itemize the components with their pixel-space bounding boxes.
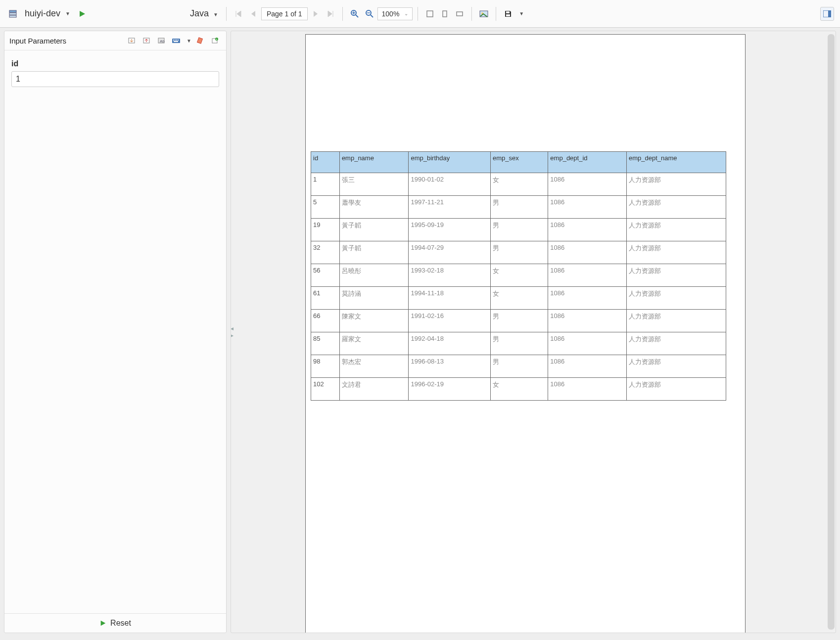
table-cell: 1994-11-18 xyxy=(409,287,490,310)
param-import-icon[interactable] xyxy=(125,35,138,46)
fit-width-button[interactable] xyxy=(453,7,467,21)
chevron-down-icon[interactable]: ▼ xyxy=(187,38,191,44)
next-page-button[interactable] xyxy=(309,7,323,21)
divider xyxy=(226,7,227,21)
table-cell: 人力资源部 xyxy=(627,173,726,196)
collapse-handle[interactable]: ◂▸ xyxy=(231,322,234,342)
table-cell: 56 xyxy=(311,264,340,287)
table-cell: 人力资源部 xyxy=(627,196,726,219)
table-cell: 女 xyxy=(490,264,548,287)
svg-rect-30 xyxy=(197,38,203,44)
table-cell: 郭杰宏 xyxy=(339,355,409,378)
table-row: 85羅家文1992-04-18男1086人力资源部 xyxy=(311,332,726,355)
svg-rect-17 xyxy=(506,14,510,16)
table-cell: 1996-08-13 xyxy=(409,355,490,378)
table-row: 98郭杰宏1996-08-13男1086人力资源部 xyxy=(311,355,726,378)
table-row: 66陳家文1991-02-16男1086人力资源部 xyxy=(311,310,726,332)
table-cell: 1086 xyxy=(548,332,627,355)
last-page-button[interactable] xyxy=(324,7,337,21)
svg-rect-11 xyxy=(427,11,433,17)
param-id-input[interactable] xyxy=(11,71,219,87)
fit-page-button[interactable] xyxy=(438,7,452,21)
datasource-select[interactable]: huiyi-dev ▼ xyxy=(22,6,73,21)
svg-line-9 xyxy=(371,15,373,17)
svg-marker-3 xyxy=(80,11,85,17)
table-cell: 莫詩涵 xyxy=(339,287,409,310)
save-dropdown-caret[interactable]: ▼ xyxy=(519,11,524,16)
table-row: 61莫詩涵1994-11-18女1086人力资源部 xyxy=(311,287,726,310)
input-parameters-panel: Input Parameters Ab ▼ + id Reset xyxy=(4,31,227,633)
divider xyxy=(418,7,418,21)
table-cell: 女 xyxy=(490,173,548,196)
language-select[interactable]: Java ▼ xyxy=(190,8,218,19)
svg-line-5 xyxy=(356,15,358,17)
param-clear-icon[interactable] xyxy=(193,35,206,46)
save-button[interactable] xyxy=(501,7,515,21)
table-cell: 1086 xyxy=(548,310,627,332)
svg-rect-13 xyxy=(457,12,463,16)
table-cell: 人力资源部 xyxy=(627,241,726,264)
datasource-label: huiyi-dev xyxy=(25,8,60,19)
table-cell: 85 xyxy=(311,332,340,355)
svg-rect-19 xyxy=(828,10,831,17)
param-id-label: id xyxy=(11,59,219,68)
table-cell: 1997-11-21 xyxy=(409,196,490,219)
column-header: emp_name xyxy=(339,152,409,173)
table-cell: 1086 xyxy=(548,355,627,378)
svg-rect-1 xyxy=(9,13,16,15)
table-cell: 人力资源部 xyxy=(627,310,726,332)
svg-text:+: + xyxy=(216,38,218,41)
param-keyboard-icon[interactable] xyxy=(170,35,183,46)
table-cell: 5 xyxy=(311,196,340,219)
table-cell: 1994-07-29 xyxy=(409,241,490,264)
table-cell: 男 xyxy=(490,355,548,378)
image-export-button[interactable] xyxy=(477,7,491,21)
divider xyxy=(496,7,496,21)
param-export-icon[interactable] xyxy=(140,35,153,46)
table-cell: 男 xyxy=(490,310,548,332)
table-cell: 66 xyxy=(311,310,340,332)
table-row: 102文詩君1996-02-19女1086人力资源部 xyxy=(311,378,726,401)
table-cell: 黃子韜 xyxy=(339,219,409,241)
table-row: 56呂曉彤1993-02-18女1086人力资源部 xyxy=(311,264,726,287)
svg-rect-24 xyxy=(172,39,180,43)
toggle-panel-button[interactable] xyxy=(820,7,834,21)
table-cell: 呂曉彤 xyxy=(339,264,409,287)
table-cell: 1086 xyxy=(548,196,627,219)
vertical-scrollbar[interactable] xyxy=(828,34,835,630)
table-cell: 男 xyxy=(490,219,548,241)
table-cell: 黃子韜 xyxy=(339,241,409,264)
main-toolbar: huiyi-dev ▼ Java ▼ Page 1 of 1 xyxy=(0,0,840,28)
table-cell: 男 xyxy=(490,196,548,219)
table-cell: 1086 xyxy=(548,378,627,401)
table-cell: 人力资源部 xyxy=(627,355,726,378)
zoom-out-button[interactable] xyxy=(363,7,376,21)
table-cell: 1 xyxy=(311,173,340,196)
svg-rect-26 xyxy=(175,40,176,41)
table-row: 1張三1990-01-02女1086人力资源部 xyxy=(311,173,726,196)
table-row: 5蕭學友1997-11-21男1086人力资源部 xyxy=(311,196,726,219)
table-cell: 98 xyxy=(311,355,340,378)
table-cell: 1995-09-19 xyxy=(409,219,490,241)
datasource-icon xyxy=(6,7,20,21)
report-page: idemp_nameemp_birthdayemp_sexemp_dept_id… xyxy=(305,34,746,633)
table-cell: 1086 xyxy=(548,173,627,196)
divider xyxy=(471,7,472,21)
table-row: 32黃子韜1994-07-29男1086人力资源部 xyxy=(311,241,726,264)
param-new-icon[interactable]: + xyxy=(208,35,221,46)
svg-rect-2 xyxy=(9,15,16,17)
zoom-select[interactable]: 100% ⌄ xyxy=(377,7,413,20)
chevron-down-icon: ⌄ xyxy=(404,11,408,16)
divider xyxy=(342,7,343,21)
svg-rect-0 xyxy=(9,10,16,12)
table-cell: 1992-04-18 xyxy=(409,332,490,355)
column-header: emp_sex xyxy=(490,152,548,173)
prev-page-button[interactable] xyxy=(246,7,260,21)
column-header: emp_dept_id xyxy=(548,152,627,173)
first-page-button[interactable] xyxy=(232,7,245,21)
zoom-in-button[interactable] xyxy=(348,7,362,21)
param-dictionary-icon[interactable]: Ab xyxy=(155,35,168,46)
reset-button[interactable]: Reset xyxy=(4,613,226,633)
run-button[interactable] xyxy=(75,7,89,21)
fit-actual-button[interactable] xyxy=(423,7,437,21)
